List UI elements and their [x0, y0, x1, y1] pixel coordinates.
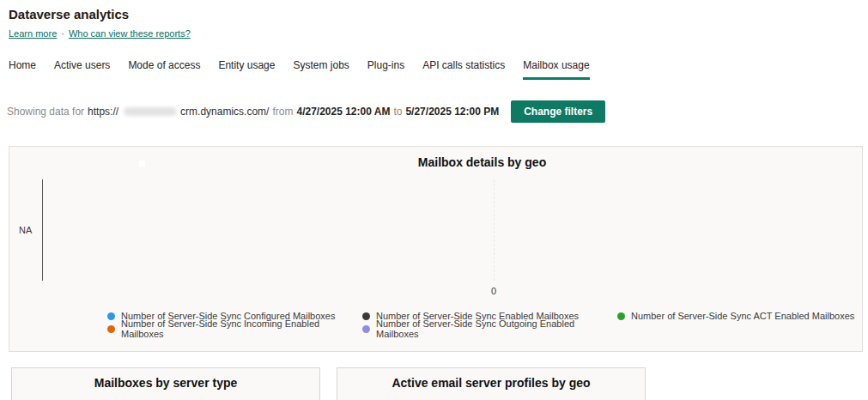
legend-dot-green-icon: [617, 312, 625, 320]
environment-url-prefix: https://: [88, 106, 118, 118]
page-header: Dataverse analytics Learn more·Who can v…: [0, 0, 868, 39]
panel-title: Mailboxes by server type: [12, 376, 319, 390]
tab-mode-of-access[interactable]: Mode of access: [128, 59, 200, 80]
chart-y-axis: [42, 179, 43, 281]
tab-api-calls-statistics[interactable]: API calls statistics: [422, 59, 505, 80]
legend-label: Number of Server-Side Sync Incoming Enab…: [121, 318, 362, 339]
tab-home[interactable]: Home: [9, 59, 36, 80]
y-axis-category-label: NA: [19, 225, 32, 235]
mailbox-details-chart-panel: Mailbox details by geo NA 0 Number of Se…: [9, 146, 863, 352]
bottom-panels-row: Mailboxes by server type Active email se…: [11, 367, 646, 400]
chart-legend: Number of Server-Side Sync Configured Ma…: [107, 310, 854, 335]
legend-label: Number of Server-Side Sync Outgoing Enab…: [376, 318, 617, 339]
filter-bar: Showing data for https:// crm.dynamics.c…: [0, 100, 868, 123]
chart-zero-gridline: [494, 179, 495, 281]
legend-item-act-enabled[interactable]: Number of Server-Side Sync ACT Enabled M…: [617, 310, 854, 322]
legend-dot-orange-icon: [107, 325, 115, 333]
tab-plug-ins[interactable]: Plug-ins: [367, 59, 404, 80]
legend-item-outgoing-enabled[interactable]: Number of Server-Side Sync Outgoing Enab…: [362, 323, 617, 335]
legend-dot-black-icon: [362, 312, 370, 320]
header-links: Learn more·Who can view these reports?: [9, 28, 868, 39]
learn-more-link[interactable]: Learn more: [9, 28, 57, 39]
showing-data-label: Showing data for: [7, 106, 84, 118]
link-separator: ·: [61, 28, 64, 39]
tab-active-users[interactable]: Active users: [54, 59, 110, 80]
page-title: Dataverse analytics: [9, 7, 868, 21]
legend-dot-purple-icon: [362, 325, 370, 333]
tab-system-jobs[interactable]: System jobs: [293, 59, 349, 80]
x-axis-tick-0: 0: [487, 286, 501, 296]
report-tabs: Home Active users Mode of access Entity …: [0, 59, 868, 80]
date-range-start: 4/27/2025 12:00 AM: [296, 106, 390, 118]
date-range-end: 5/27/2025 12:00 PM: [405, 106, 499, 118]
chart-title: Mailbox details by geo: [9, 155, 862, 169]
change-filters-button[interactable]: Change filters: [511, 100, 605, 123]
mailboxes-by-server-type-panel: Mailboxes by server type: [11, 367, 320, 400]
from-label: from: [272, 106, 293, 118]
tab-mailbox-usage[interactable]: Mailbox usage: [523, 59, 589, 80]
environment-url-suffix: crm.dynamics.com/: [180, 106, 269, 118]
legend-dot-blue-icon: [107, 312, 115, 320]
legend-item-incoming-enabled[interactable]: Number of Server-Side Sync Incoming Enab…: [107, 323, 362, 335]
redacted-org-name: [124, 107, 177, 116]
who-can-view-link[interactable]: Who can view these reports?: [69, 28, 191, 39]
panel-title: Active email server profiles by geo: [337, 376, 645, 390]
to-label: to: [393, 106, 402, 118]
tab-entity-usage[interactable]: Entity usage: [218, 59, 275, 80]
active-email-server-profiles-panel: Active email server profiles by geo: [337, 367, 646, 400]
legend-label: Number of Server-Side Sync ACT Enabled M…: [631, 311, 854, 321]
